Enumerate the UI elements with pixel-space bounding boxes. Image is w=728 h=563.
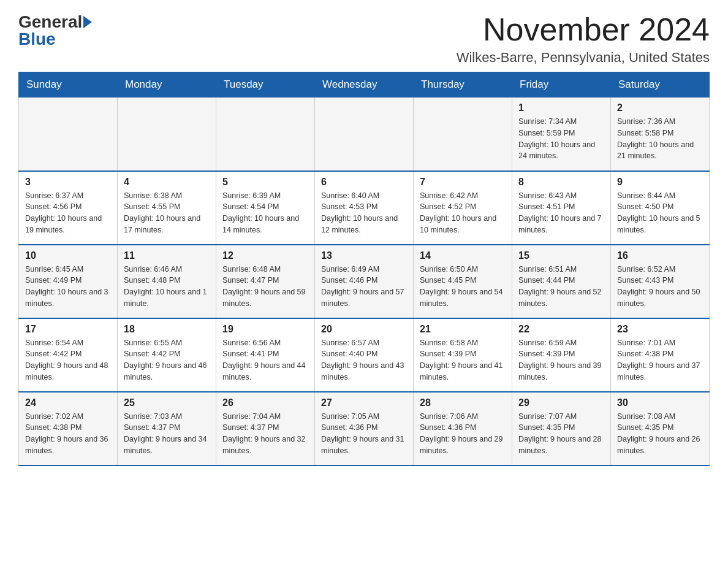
weekday-header-tuesday: Tuesday bbox=[216, 72, 315, 98]
day-number: 10 bbox=[25, 250, 111, 261]
calendar-cell: 12Sunrise: 6:48 AM Sunset: 4:47 PM Dayli… bbox=[216, 245, 315, 318]
calendar-cell: 19Sunrise: 6:56 AM Sunset: 4:41 PM Dayli… bbox=[216, 318, 315, 392]
day-number: 9 bbox=[617, 177, 703, 188]
day-number: 4 bbox=[124, 177, 210, 188]
calendar-table: SundayMondayTuesdayWednesdayThursdayFrid… bbox=[18, 72, 710, 466]
weekday-header-monday: Monday bbox=[118, 72, 216, 98]
day-info: Sunrise: 6:50 AM Sunset: 4:45 PM Dayligh… bbox=[420, 264, 506, 310]
day-info: Sunrise: 6:49 AM Sunset: 4:46 PM Dayligh… bbox=[321, 264, 407, 310]
weekday-header-wednesday: Wednesday bbox=[315, 72, 414, 98]
calendar-cell bbox=[414, 98, 512, 171]
day-number: 16 bbox=[617, 250, 703, 261]
day-info: Sunrise: 6:37 AM Sunset: 4:56 PM Dayligh… bbox=[25, 190, 111, 236]
calendar-cell: 14Sunrise: 6:50 AM Sunset: 4:45 PM Dayli… bbox=[414, 245, 512, 318]
day-number: 24 bbox=[25, 397, 111, 408]
calendar-cell: 1Sunrise: 7:34 AM Sunset: 5:59 PM Daylig… bbox=[512, 98, 611, 171]
logo-arrow-icon bbox=[83, 16, 92, 28]
day-number: 8 bbox=[518, 177, 604, 188]
day-number: 22 bbox=[518, 324, 604, 335]
day-info: Sunrise: 6:56 AM Sunset: 4:41 PM Dayligh… bbox=[222, 337, 308, 383]
day-number: 3 bbox=[25, 177, 111, 188]
day-number: 7 bbox=[420, 177, 506, 188]
day-info: Sunrise: 7:02 AM Sunset: 4:38 PM Dayligh… bbox=[25, 411, 111, 457]
day-info: Sunrise: 7:34 AM Sunset: 5:59 PM Dayligh… bbox=[518, 116, 604, 162]
day-info: Sunrise: 6:40 AM Sunset: 4:53 PM Dayligh… bbox=[321, 190, 407, 236]
weekday-header-saturday: Saturday bbox=[611, 72, 710, 98]
day-info: Sunrise: 6:55 AM Sunset: 4:42 PM Dayligh… bbox=[124, 337, 210, 383]
day-info: Sunrise: 6:39 AM Sunset: 4:54 PM Dayligh… bbox=[222, 190, 308, 236]
day-info: Sunrise: 6:51 AM Sunset: 4:44 PM Dayligh… bbox=[518, 264, 604, 310]
day-number: 5 bbox=[222, 177, 308, 188]
calendar-cell: 13Sunrise: 6:49 AM Sunset: 4:46 PM Dayli… bbox=[315, 245, 414, 318]
day-number: 12 bbox=[222, 250, 308, 261]
day-info: Sunrise: 6:57 AM Sunset: 4:40 PM Dayligh… bbox=[321, 337, 407, 383]
calendar-cell bbox=[315, 98, 414, 171]
calendar-cell: 9Sunrise: 6:44 AM Sunset: 4:50 PM Daylig… bbox=[611, 171, 710, 245]
calendar-cell: 25Sunrise: 7:03 AM Sunset: 4:37 PM Dayli… bbox=[118, 392, 216, 465]
calendar-cell: 20Sunrise: 6:57 AM Sunset: 4:40 PM Dayli… bbox=[315, 318, 414, 392]
day-number: 14 bbox=[420, 250, 506, 261]
calendar-cell: 2Sunrise: 7:36 AM Sunset: 5:58 PM Daylig… bbox=[611, 98, 710, 171]
calendar-cell: 10Sunrise: 6:45 AM Sunset: 4:49 PM Dayli… bbox=[19, 245, 118, 318]
calendar-week-row: 24Sunrise: 7:02 AM Sunset: 4:38 PM Dayli… bbox=[19, 392, 710, 465]
calendar-cell: 18Sunrise: 6:55 AM Sunset: 4:42 PM Dayli… bbox=[118, 318, 216, 392]
weekday-header-thursday: Thursday bbox=[414, 72, 512, 98]
calendar-cell: 16Sunrise: 6:52 AM Sunset: 4:43 PM Dayli… bbox=[611, 245, 710, 318]
day-number: 2 bbox=[617, 102, 703, 113]
day-number: 6 bbox=[321, 177, 407, 188]
calendar-cell: 15Sunrise: 6:51 AM Sunset: 4:44 PM Dayli… bbox=[512, 245, 611, 318]
day-info: Sunrise: 7:36 AM Sunset: 5:58 PM Dayligh… bbox=[617, 116, 703, 162]
day-number: 18 bbox=[124, 324, 210, 335]
calendar-week-row: 1Sunrise: 7:34 AM Sunset: 5:59 PM Daylig… bbox=[19, 98, 710, 171]
day-number: 27 bbox=[321, 397, 407, 408]
calendar-cell: 26Sunrise: 7:04 AM Sunset: 4:37 PM Dayli… bbox=[216, 392, 315, 465]
calendar-week-row: 10Sunrise: 6:45 AM Sunset: 4:49 PM Dayli… bbox=[19, 245, 710, 318]
calendar-cell: 5Sunrise: 6:39 AM Sunset: 4:54 PM Daylig… bbox=[216, 171, 315, 245]
month-title: November 2024 bbox=[457, 12, 710, 47]
weekday-header-friday: Friday bbox=[512, 72, 611, 98]
day-number: 30 bbox=[617, 397, 703, 408]
day-info: Sunrise: 7:07 AM Sunset: 4:35 PM Dayligh… bbox=[518, 411, 604, 457]
day-info: Sunrise: 6:42 AM Sunset: 4:52 PM Dayligh… bbox=[420, 190, 506, 236]
day-info: Sunrise: 6:54 AM Sunset: 4:42 PM Dayligh… bbox=[25, 337, 111, 383]
calendar-week-row: 3Sunrise: 6:37 AM Sunset: 4:56 PM Daylig… bbox=[19, 171, 710, 245]
day-info: Sunrise: 7:08 AM Sunset: 4:35 PM Dayligh… bbox=[617, 411, 703, 457]
calendar-cell: 30Sunrise: 7:08 AM Sunset: 4:35 PM Dayli… bbox=[611, 392, 710, 465]
day-number: 19 bbox=[222, 324, 308, 335]
day-number: 29 bbox=[518, 397, 604, 408]
day-number: 13 bbox=[321, 250, 407, 261]
calendar-cell: 7Sunrise: 6:42 AM Sunset: 4:52 PM Daylig… bbox=[414, 171, 512, 245]
day-number: 1 bbox=[518, 102, 604, 113]
day-number: 15 bbox=[518, 250, 604, 261]
day-number: 20 bbox=[321, 324, 407, 335]
calendar-cell: 22Sunrise: 6:59 AM Sunset: 4:39 PM Dayli… bbox=[512, 318, 611, 392]
day-info: Sunrise: 6:46 AM Sunset: 4:48 PM Dayligh… bbox=[124, 264, 210, 310]
title-section: November 2024 Wilkes-Barre, Pennsylvania… bbox=[457, 12, 710, 66]
calendar-cell: 17Sunrise: 6:54 AM Sunset: 4:42 PM Dayli… bbox=[19, 318, 118, 392]
calendar-cell: 23Sunrise: 7:01 AM Sunset: 4:38 PM Dayli… bbox=[611, 318, 710, 392]
logo-blue-text: Blue bbox=[18, 29, 56, 48]
location-title: Wilkes-Barre, Pennsylvania, United State… bbox=[457, 50, 710, 66]
calendar-cell bbox=[19, 98, 118, 171]
weekday-header-row: SundayMondayTuesdayWednesdayThursdayFrid… bbox=[19, 72, 710, 98]
weekday-header-sunday: Sunday bbox=[19, 72, 118, 98]
day-info: Sunrise: 6:58 AM Sunset: 4:39 PM Dayligh… bbox=[420, 337, 506, 383]
day-number: 25 bbox=[124, 397, 210, 408]
day-info: Sunrise: 7:06 AM Sunset: 4:36 PM Dayligh… bbox=[420, 411, 506, 457]
day-number: 11 bbox=[124, 250, 210, 261]
calendar-cell bbox=[216, 98, 315, 171]
day-info: Sunrise: 6:59 AM Sunset: 4:39 PM Dayligh… bbox=[518, 337, 604, 383]
day-number: 23 bbox=[617, 324, 703, 335]
calendar-cell: 8Sunrise: 6:43 AM Sunset: 4:51 PM Daylig… bbox=[512, 171, 611, 245]
day-info: Sunrise: 6:45 AM Sunset: 4:49 PM Dayligh… bbox=[25, 264, 111, 310]
day-number: 21 bbox=[420, 324, 506, 335]
calendar-cell: 27Sunrise: 7:05 AM Sunset: 4:36 PM Dayli… bbox=[315, 392, 414, 465]
day-info: Sunrise: 6:48 AM Sunset: 4:47 PM Dayligh… bbox=[222, 264, 308, 310]
day-info: Sunrise: 7:01 AM Sunset: 4:38 PM Dayligh… bbox=[617, 337, 703, 383]
day-info: Sunrise: 6:44 AM Sunset: 4:50 PM Dayligh… bbox=[617, 190, 703, 236]
calendar-cell: 3Sunrise: 6:37 AM Sunset: 4:56 PM Daylig… bbox=[19, 171, 118, 245]
calendar-cell: 4Sunrise: 6:38 AM Sunset: 4:55 PM Daylig… bbox=[118, 171, 216, 245]
day-info: Sunrise: 7:05 AM Sunset: 4:36 PM Dayligh… bbox=[321, 411, 407, 457]
day-number: 28 bbox=[420, 397, 506, 408]
day-info: Sunrise: 7:03 AM Sunset: 4:37 PM Dayligh… bbox=[124, 411, 210, 457]
